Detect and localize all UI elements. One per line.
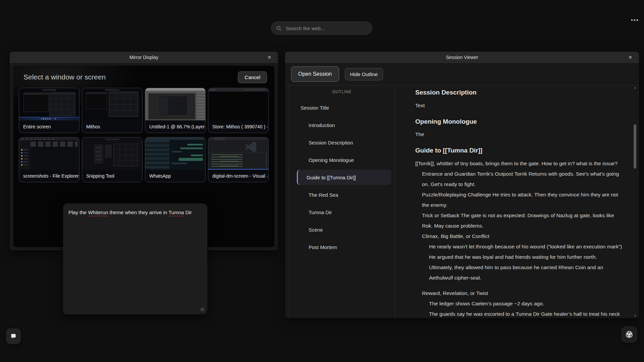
window-tile-vscode[interactable]: digital-dm-screen - Visual ⋯ bbox=[208, 137, 269, 182]
note-textarea[interactable]: Play the Whiterun theme when they arrive… bbox=[63, 203, 207, 314]
decor bbox=[19, 137, 79, 140]
decor bbox=[187, 144, 203, 145]
content-blocks: Session DescriptionTextOpening Monologue… bbox=[415, 88, 624, 318]
entire-screen-thumbnail bbox=[19, 88, 79, 120]
window-tile-label: Mithos bbox=[82, 120, 142, 133]
content-paragraph: Climax, Big Battle, or Conflict bbox=[422, 231, 624, 241]
decor bbox=[208, 153, 268, 153]
hide-outline-button[interactable]: Hide Outline bbox=[345, 68, 383, 80]
decor bbox=[145, 137, 169, 170]
decor bbox=[172, 163, 187, 164]
content-paragraph: He argued that he was loyal and had frie… bbox=[429, 252, 624, 262]
window-tile-label: Untitled-1 @ 66.7% (Layer⋯ bbox=[145, 120, 205, 133]
content-paragraph: He nearly wasn’t let through because of … bbox=[429, 241, 624, 252]
content-paragraph: Puzzle/Roleplaying Challenge He tries to… bbox=[422, 189, 624, 210]
content-paragraph: [[Torrik]], whittler of tiny boats, brin… bbox=[415, 158, 624, 169]
content-paragraph: Reward, Revelation, or Twist bbox=[422, 288, 624, 298]
scroll-up-icon[interactable]: ▲ bbox=[633, 86, 637, 89]
outline-item-introduction[interactable]: Introduction bbox=[289, 116, 395, 134]
chat-button[interactable] bbox=[6, 328, 21, 344]
speech-bubble-icon bbox=[10, 333, 17, 340]
outline-item-the-red-sea[interactable]: The Red Sea bbox=[289, 186, 395, 203]
search-icon bbox=[276, 25, 282, 31]
decor bbox=[160, 97, 187, 115]
open-session-button[interactable]: Open Session bbox=[291, 66, 339, 82]
snipping-thumbnail bbox=[82, 137, 142, 170]
content-paragraph: Trick or Setback The gate is not as expe… bbox=[422, 210, 624, 231]
outline-item-session-description[interactable]: Session Description bbox=[289, 134, 395, 151]
decor bbox=[245, 141, 256, 152]
window-tile-label: Store: Mithos ( 3990740 ) ⋯ bbox=[208, 120, 268, 133]
decor bbox=[105, 89, 119, 91]
decor bbox=[31, 141, 78, 147]
decor bbox=[105, 138, 119, 140]
decor bbox=[94, 144, 103, 163]
outline-list: Session TitleIntroductionSession Descrip… bbox=[289, 99, 395, 256]
decor bbox=[19, 117, 79, 120]
content-scrollbar: ▲ ▼ bbox=[633, 86, 637, 317]
store-thumbnail bbox=[208, 88, 268, 120]
scrollbar-thumb[interactable] bbox=[634, 124, 636, 169]
dice-roller-button[interactable] bbox=[622, 326, 637, 343]
mirror-display-titlebar: Mirror Display ✕ bbox=[10, 52, 278, 63]
content-paragraph: Ultimately, they allowed him to pass bec… bbox=[429, 262, 624, 283]
decor bbox=[145, 88, 205, 90]
decor bbox=[105, 144, 112, 158]
decor bbox=[266, 154, 267, 167]
content-paragraph: Text bbox=[415, 100, 624, 111]
content-heading: Session Description bbox=[415, 88, 624, 97]
cancel-button[interactable]: Cancel bbox=[238, 71, 267, 83]
note-segment: theme when they arrive in bbox=[108, 209, 168, 215]
outline-item-tumna-dir[interactable]: Tumna Dir bbox=[289, 203, 395, 221]
window-tile-whatsapp[interactable]: WhatsApp bbox=[145, 137, 206, 182]
session-close-icon[interactable]: ✕ bbox=[626, 52, 634, 63]
photoshop-thumbnail bbox=[145, 88, 205, 120]
decor bbox=[86, 92, 107, 109]
window-tile-explorer[interactable]: screenshots - File Explorer bbox=[19, 137, 79, 182]
decor bbox=[113, 143, 138, 166]
outline-item-scene[interactable]: Scene bbox=[289, 221, 395, 238]
outline-sidebar: OUTLINE Session TitleIntroductionSession… bbox=[289, 85, 395, 318]
web-search-bar[interactable] bbox=[271, 21, 372, 35]
window-grid: Entire screenMithosUntitled-1 @ 66.7% (L… bbox=[19, 88, 269, 182]
session-content: Session DescriptionTextOpening Monologue… bbox=[395, 85, 639, 318]
outline-item-session-title[interactable]: Session Title bbox=[289, 99, 395, 116]
more-options-icon[interactable] bbox=[629, 17, 641, 23]
scroll-down-icon[interactable]: ▼ bbox=[633, 314, 637, 317]
decor bbox=[145, 92, 147, 120]
decor bbox=[145, 137, 205, 140]
outline-header: OUTLINE bbox=[289, 89, 395, 94]
vscode-thumbnail bbox=[208, 137, 268, 170]
session-viewer-titlebar: Session Viewer ✕ bbox=[285, 52, 639, 63]
resize-handle[interactable] bbox=[201, 308, 204, 311]
search-input[interactable] bbox=[285, 25, 367, 32]
window-tile-store[interactable]: Store: Mithos ( 3990740 ) ⋯ bbox=[208, 88, 269, 133]
decor bbox=[19, 140, 31, 170]
outline-item-opening-monologue[interactable]: Opening Monologue bbox=[289, 151, 395, 169]
decor bbox=[191, 155, 203, 156]
window-tile-label: Entire screen bbox=[19, 120, 79, 133]
decor bbox=[197, 92, 205, 120]
outline-item-post-mortem[interactable]: Post Mortem bbox=[289, 238, 395, 256]
window-tile-snipping[interactable]: Snipping Tool bbox=[82, 137, 143, 182]
mirror-close-icon[interactable]: ✕ bbox=[265, 52, 273, 63]
picker-heading: Select a window or screen bbox=[23, 73, 106, 81]
window-tile-entire-screen[interactable]: Entire screen bbox=[19, 88, 79, 133]
window-tile-mithos[interactable]: Mithos bbox=[82, 88, 143, 133]
misspelled-word: Tumna bbox=[168, 209, 184, 215]
outline-item-guide-to-tumna-dir[interactable]: Guide to [[Tumna Dir]] bbox=[297, 170, 391, 185]
explorer-thumbnail bbox=[19, 137, 79, 170]
whatsapp-thumbnail bbox=[145, 137, 205, 170]
mirror-display-title: Mirror Display bbox=[129, 55, 158, 60]
misspelled-word: Whiterun bbox=[88, 209, 108, 215]
decor bbox=[208, 137, 268, 140]
note-text: Play the Whiterun theme when they arrive… bbox=[68, 209, 192, 215]
decor bbox=[220, 155, 238, 167]
window-tile-photoshop[interactable]: Untitled-1 @ 66.7% (Layer⋯ bbox=[145, 88, 206, 133]
session-viewer-title: Session Viewer bbox=[446, 55, 478, 60]
decor bbox=[42, 89, 56, 91]
content-heading: Guide to [[Tumna Dir]] bbox=[415, 146, 624, 155]
content-paragraph: The ledger shows Caelen’s passage ~2 day… bbox=[429, 298, 624, 309]
session-toolbar: Open Session Hide Outline bbox=[285, 63, 639, 85]
decor bbox=[109, 92, 139, 117]
